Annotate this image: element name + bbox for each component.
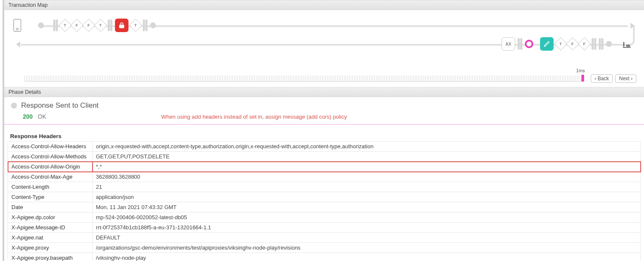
condition-diamond[interactable]: T <box>58 19 71 32</box>
table-row: Access-Control-Allow-Origin*,* <box>8 162 641 172</box>
transaction-map: T F F T T AX T <box>4 10 644 87</box>
phase-dot-icon <box>11 103 17 109</box>
header-value: origin,x-requested-with,accept,content-t… <box>93 141 641 152</box>
header-value: mp-524-200406-0020052-latest-db05 <box>93 212 641 223</box>
flow-node[interactable] <box>150 22 156 28</box>
selected-flow-node[interactable] <box>525 40 533 48</box>
header-name: Access-Control-Allow-Headers <box>8 141 93 152</box>
arrow-right-icon <box>630 23 635 29</box>
table-row: Access-Control-Allow-MethodsGET,GET,PUT,… <box>8 152 641 162</box>
flow-pillar-icon[interactable] <box>53 19 58 31</box>
header-value: application/json <box>93 192 641 202</box>
header-value: DEFAULT <box>93 233 641 243</box>
header-name: X-Apigee.proxy <box>8 243 93 253</box>
table-row: X-Apigee.Message-IDrrt-0f725374b1cb188f5… <box>8 223 641 233</box>
phase-title: Response Sent to Client <box>21 101 98 110</box>
header-value: Mon, 11 Jan 2021 07:43:32 GMT <box>93 202 641 212</box>
status-code: 200 <box>23 113 33 120</box>
svg-rect-0 <box>120 25 124 28</box>
divider <box>4 124 644 125</box>
timing-ruler[interactable]: 1ms <box>25 76 585 82</box>
table-row: X-Apigee.natDEFAULT <box>8 233 641 243</box>
flow-pillar-icon[interactable] <box>599 38 603 50</box>
response-headers-table: Access-Control-Allow-Headersorigin,x-req… <box>8 141 641 261</box>
back-button[interactable]: ‹ Back <box>591 74 613 83</box>
condition-diamond[interactable]: F <box>566 37 579 50</box>
header-value: 21 <box>93 182 641 192</box>
condition-diamond[interactable]: T <box>94 19 107 32</box>
client-phone-icon[interactable] <box>14 19 21 32</box>
header-name: Access-Control-Allow-Origin <box>8 162 93 172</box>
transaction-map-header: Transaction Map <box>4 0 644 10</box>
assign-message-policy-icon[interactable] <box>540 37 554 51</box>
header-value: /viksinghv-node-play <box>93 253 641 261</box>
header-value: 3628800,3628800 <box>93 172 641 182</box>
header-name: Date <box>8 202 93 212</box>
header-value: /organizations/gsc-demo/environments/tes… <box>93 243 641 253</box>
header-value: rrt-0f725374b1cb188f5-a-eu-371-13201664-… <box>93 223 641 233</box>
flow-pillar-icon[interactable] <box>592 38 596 50</box>
header-name: Access-Control-Max-Age <box>8 172 93 182</box>
table-row: Access-Control-Max-Age3628800,3628800 <box>8 172 641 182</box>
ax-policy-icon[interactable]: AX <box>502 37 515 51</box>
table-row: X-Apigee.dp.colormp-524-200406-0020052-l… <box>8 212 641 223</box>
phase-details-header: Phase Details <box>4 87 644 97</box>
condition-diamond[interactable]: T <box>554 37 567 50</box>
flow-pillar-icon[interactable] <box>518 38 522 50</box>
flow-pillar-icon[interactable] <box>143 19 147 31</box>
response-headers-title: Response Headers <box>8 131 641 141</box>
header-name: Content-Type <box>8 192 93 202</box>
flow-pillar-icon[interactable] <box>108 19 112 31</box>
condition-diamond[interactable]: F <box>578 37 591 50</box>
security-policy-icon[interactable] <box>115 19 128 32</box>
target-server-icon[interactable] <box>622 40 631 48</box>
table-row: Content-Typeapplication/json <box>8 192 641 202</box>
condition-diamond[interactable]: F <box>70 19 83 32</box>
status-text: OK <box>38 113 46 120</box>
arrow-left-icon <box>16 41 20 47</box>
header-name: X-Apigee.dp.color <box>8 212 93 223</box>
table-row: X-Apigee.proxy/organizations/gsc-demo/en… <box>8 243 641 253</box>
annotation-text: When using add headers instead of set in… <box>161 114 347 120</box>
header-name: X-Apigee.proxy.basepath <box>8 253 93 261</box>
header-value: GET,GET,PUT,POST,DELETE <box>93 152 641 162</box>
table-row: DateMon, 11 Jan 2021 07:43:32 GMT <box>8 202 641 212</box>
table-row: Access-Control-Allow-Headersorigin,x-req… <box>8 141 641 152</box>
condition-diamond[interactable]: F <box>82 19 95 32</box>
header-name: Content-Length <box>8 182 93 192</box>
condition-diamond[interactable]: T <box>129 19 142 32</box>
next-button[interactable]: Next › <box>615 74 636 83</box>
table-row: Content-Length21 <box>8 182 641 192</box>
header-name: X-Apigee.nat <box>8 233 93 243</box>
header-value: *,* <box>93 162 641 172</box>
timing-marker <box>581 75 584 82</box>
table-row: X-Apigee.proxy.basepath/viksinghv-node-p… <box>8 253 641 261</box>
flow-node[interactable] <box>606 41 612 47</box>
flow-node[interactable] <box>38 22 44 28</box>
timing-label: 1ms <box>576 68 585 73</box>
header-name: X-Apigee.Message-ID <box>8 223 93 233</box>
header-name: Access-Control-Allow-Methods <box>8 152 93 162</box>
